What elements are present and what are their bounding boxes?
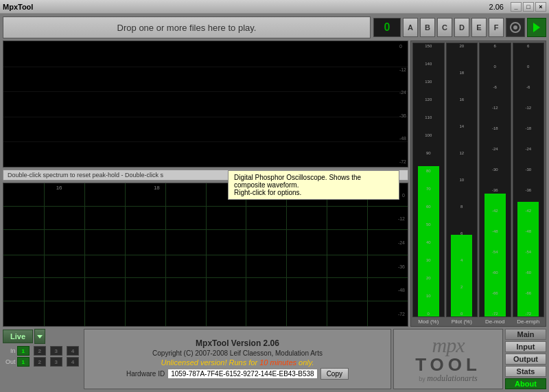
settings-icon-button[interactable] — [506, 18, 525, 37]
channel-btn-f[interactable]: F — [489, 18, 504, 37]
logo-tool-text: TOOL — [415, 356, 481, 373]
mod-meter-bar-container: 150 140 130 120 110 100 90 80 70 60 50 4… — [412, 43, 445, 317]
oscilloscope-tooltip: Digital Phosphor Oscilloscope. Shows the… — [228, 170, 399, 200]
demod-meter-bar-container: 6 0 -6 -12 -18 -24 -30 -36 -42 -48 -54 -… — [479, 43, 511, 317]
play-arrow-icon — [533, 23, 540, 32]
pilot-meter-label: Pilot (%) — [452, 319, 472, 325]
input-button[interactable]: Input — [505, 341, 546, 352]
spectrum-hint-text: Double-click spectrum to reset peak-hold… — [8, 172, 163, 178]
output-button[interactable]: Output — [505, 354, 546, 365]
osc-hgrid — [3, 301, 408, 301]
osc-hgrid — [3, 229, 408, 230]
meters-panel: 150 140 130 120 110 100 90 80 70 60 50 4… — [410, 41, 546, 327]
play-button[interactable] — [527, 18, 546, 37]
counter-display: 0 — [373, 18, 401, 37]
demod-meter-label: De-mod — [485, 319, 504, 325]
mod-meter-label: Mod (%) — [418, 319, 439, 325]
oscilloscope-panel[interactable]: 16 18 22 38 0 -12 -24 -36 -48 -72 — [3, 183, 408, 327]
tooltip-line1: Digital Phosphor Oscilloscope. Shows the… — [234, 174, 393, 189]
logo-mpx-text: mpx — [415, 335, 481, 356]
live-btn-row: Live — [3, 329, 82, 344]
out-btn-3[interactable]: 3 — [50, 357, 62, 367]
osc-label-16: 16 — [56, 185, 62, 191]
out-btn-2[interactable]: 2 — [34, 357, 46, 367]
drop-area[interactable]: Drop one or more files here to play. — [3, 16, 371, 38]
demod-meter-col: 6 0 -6 -12 -18 -24 -30 -36 -42 -48 -54 -… — [479, 43, 511, 325]
in-btn-1[interactable]: 1 — [17, 346, 30, 356]
in-btn-2[interactable]: 2 — [34, 346, 46, 356]
version-label: 2.06 — [489, 3, 504, 11]
right-sidebar: Main Input Output Stats About — [505, 329, 546, 389]
info-panel: MpxTool Version 2.06 Copyright (C) 2007-… — [84, 329, 391, 389]
in-btn-3[interactable]: 3 — [50, 346, 62, 356]
app-title: MpxTool — [3, 3, 33, 11]
channel-btn-b[interactable]: B — [420, 18, 435, 37]
stats-button[interactable]: Stats — [505, 366, 546, 377]
deemph-meter-col: 6 0 -6 -12 -18 -24 -30 -36 -42 -48 -54 -… — [513, 43, 545, 325]
unlicensed-minutes: 10 minutes — [259, 358, 296, 367]
bottom-row: Live In 1 2 3 4 Out 1 2 3 4 MpxTool Vers… — [3, 329, 546, 389]
hardware-id-value: 1059-787A-7F4E-6152-9272-144E-EB43-B538 — [167, 369, 317, 379]
title-bar: MpxTool 2.06 _ □ × — [0, 0, 549, 14]
live-button[interactable]: Live — [3, 330, 33, 343]
dropdown-arrow-icon — [37, 335, 43, 338]
out-btn-4[interactable]: 4 — [67, 357, 79, 367]
live-dropdown-button[interactable] — [34, 329, 45, 344]
spectrum-panel[interactable]: 0 -12 -24 -36 -48 -72 — [3, 41, 408, 168]
pilot-meter-bar-container: 20 18 16 14 12 10 8 6 4 2 0 — [446, 43, 478, 317]
channel-btn-a[interactable]: A — [403, 18, 418, 37]
pilot-meter-col: 20 18 16 14 12 10 8 6 4 2 0 — [446, 43, 478, 325]
about-button[interactable]: About — [505, 378, 546, 389]
logo-by-text: by — [419, 376, 427, 382]
deemph-meter-label: De-emph — [517, 319, 539, 325]
osc-hgrid — [3, 206, 408, 207]
main-container: Drop one or more files here to play. 0 A… — [0, 14, 549, 392]
channel-controls: 0 A B C D E F — [373, 16, 546, 38]
info-unlicensed: Unlicensed version! Runs for 10 minutes … — [161, 358, 314, 367]
logo-company-text: modulationarts — [427, 373, 477, 383]
in-btn-4[interactable]: 4 — [67, 346, 79, 356]
logo-by-line: by modulationarts — [415, 373, 481, 384]
main-button[interactable]: Main — [505, 329, 546, 340]
tooltip-line2: Right-click for options. — [234, 189, 393, 196]
minimize-button[interactable]: _ — [511, 2, 522, 12]
hardware-row: Hardware ID 1059-787A-7F4E-6152-9272-144… — [126, 368, 349, 380]
meters-grid: 150 140 130 120 110 100 90 80 70 60 50 4… — [412, 43, 544, 325]
out-label: Out — [3, 358, 16, 365]
channel-btn-d[interactable]: D — [454, 18, 469, 37]
osc-hgrid — [3, 255, 408, 255]
top-row: Drop one or more files here to play. 0 A… — [3, 16, 546, 38]
close-button[interactable]: × — [535, 2, 546, 12]
middle-section: 0 -12 -24 -36 -48 -72 Double-click spect… — [3, 41, 546, 327]
io-grid: In 1 2 3 4 Out 1 2 3 4 — [3, 346, 82, 367]
osc-label-18: 18 — [154, 185, 160, 191]
osc-right-labels: 0 -12 -24 -36 -48 -72 — [398, 183, 405, 326]
logo: mpx TOOL by modulationarts — [415, 335, 481, 384]
title-controls: 2.06 _ □ × — [489, 2, 546, 12]
channel-btn-e[interactable]: E — [471, 18, 487, 37]
info-copyright: Copyright (C) 2007-2008 Leif Claesson, M… — [152, 349, 323, 357]
channel-btn-c[interactable]: C — [437, 18, 452, 37]
transport-controls: Live In 1 2 3 4 Out 1 2 3 4 — [3, 329, 82, 389]
in-label: In — [3, 347, 16, 354]
osc-hgrid — [3, 277, 408, 278]
hardware-id-label: Hardware ID — [126, 370, 165, 378]
maximize-button[interactable]: □ — [523, 2, 534, 12]
out-btn-1[interactable]: 1 — [17, 357, 30, 367]
info-title: MpxTool Version 2.06 — [196, 338, 279, 348]
logo-panel: mpx TOOL by modulationarts — [393, 329, 503, 389]
record-icon — [510, 22, 521, 33]
mod-meter-col: 150 140 130 120 110 100 90 80 70 60 50 4… — [412, 43, 445, 325]
copy-button[interactable]: Copy — [320, 368, 349, 380]
deemph-meter-bar-container: 6 0 -6 -12 -18 -24 -30 -36 -42 -48 -54 -… — [513, 43, 545, 317]
